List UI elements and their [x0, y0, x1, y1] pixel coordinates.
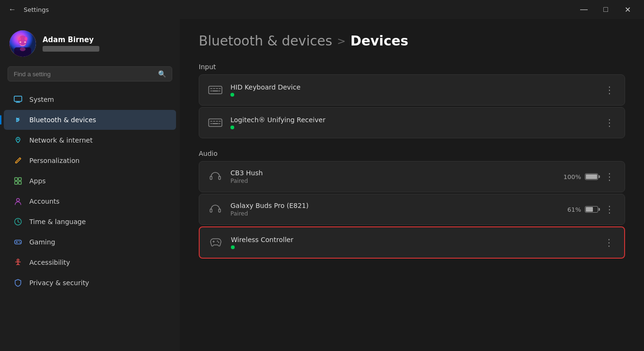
svg-rect-15 — [18, 181, 21, 184]
sidebar-item-label-accounts: Accounts — [29, 198, 60, 205]
section-input: InputHID Keyboard Device⋮Logitech® Unify… — [199, 63, 625, 138]
sidebar-item-label-privacy: Privacy & security — [29, 279, 89, 287]
user-info: Adam Birney — [43, 36, 99, 52]
device-info-hid-keyboard: HID Keyboard Device — [230, 83, 595, 97]
sidebar-item-accessibility[interactable]: Accessibility — [4, 252, 176, 272]
device-card-hid-keyboard[interactable]: HID Keyboard Device⋮ — [199, 74, 625, 106]
status-dot-wireless-controller — [231, 245, 235, 249]
svg-point-5 — [24, 41, 26, 43]
apps-icon — [13, 176, 23, 186]
svg-point-7 — [20, 47, 26, 51]
sidebar-item-bluetooth[interactable]: Bluetooth & devices — [4, 110, 176, 130]
device-card-wireless-controller[interactable]: Wireless Controller⋮ — [199, 226, 625, 259]
svg-point-46 — [217, 241, 218, 242]
sidebar-item-personalization[interactable]: Personalization — [4, 151, 176, 171]
sidebar-item-privacy[interactable]: Privacy & security — [4, 273, 176, 293]
maximize-button[interactable]: □ — [595, 2, 617, 17]
sidebar-item-accounts[interactable]: Accounts — [4, 191, 176, 211]
more-options-hid-keyboard[interactable]: ⋮ — [602, 84, 617, 96]
user-profile: Adam Birney — [0, 19, 180, 66]
device-info-wireless-controller: Wireless Controller — [231, 236, 595, 249]
personalization-icon — [13, 156, 23, 165]
device-name-hid-keyboard: HID Keyboard Device — [230, 83, 595, 91]
device-right-wireless-controller: ⋮ — [601, 237, 617, 248]
device-status-galaxy-buds: Paired — [230, 210, 561, 217]
sidebar-item-label-network: Network & internet — [29, 136, 93, 144]
svg-point-22 — [20, 242, 21, 243]
user-email-bar — [43, 46, 99, 52]
minimize-button[interactable]: — — [573, 2, 595, 17]
device-name-galaxy-buds: Galaxy Buds Pro (E821) — [230, 202, 561, 209]
device-card-galaxy-buds[interactable]: Galaxy Buds Pro (E821)Paired61%⋮ — [199, 194, 625, 225]
content-area: Bluetooth & devices > Devices InputHID K… — [180, 19, 644, 351]
search-container: 🔍 — [0, 66, 180, 89]
svg-rect-13 — [18, 178, 21, 180]
sidebar-item-network[interactable]: Network & internet — [4, 130, 176, 150]
time-icon — [13, 217, 23, 226]
device-info-logitech-receiver: Logitech® Unifying Receiver — [230, 116, 595, 129]
device-right-logitech-receiver: ⋮ — [602, 117, 617, 128]
headphones-icon — [207, 168, 224, 185]
sidebar-item-time[interactable]: Time & language — [4, 212, 176, 232]
svg-rect-12 — [15, 178, 18, 180]
more-options-galaxy-buds[interactable]: ⋮ — [602, 204, 617, 215]
svg-rect-32 — [209, 119, 222, 126]
device-name-cb3-hush: CB3 Hush — [230, 169, 557, 177]
battery-icon-galaxy-buds — [585, 206, 598, 213]
close-button[interactable]: ✕ — [617, 2, 638, 17]
avatar — [9, 30, 36, 57]
svg-point-16 — [17, 198, 19, 201]
svg-point-23 — [17, 259, 19, 261]
sidebar-item-system[interactable]: System — [4, 90, 176, 109]
more-options-logitech-receiver[interactable]: ⋮ — [602, 117, 617, 128]
more-options-cb3-hush[interactable]: ⋮ — [602, 171, 617, 182]
keyboard-icon — [207, 81, 224, 99]
device-name-logitech-receiver: Logitech® Unifying Receiver — [230, 116, 595, 124]
svg-point-2 — [18, 37, 21, 41]
device-card-logitech-receiver[interactable]: Logitech® Unifying Receiver⋮ — [199, 107, 625, 138]
svg-point-4 — [19, 41, 21, 43]
breadcrumb: Bluetooth & devices > Devices — [199, 33, 625, 49]
status-dot-logitech-receiver — [230, 126, 234, 129]
privacy-icon — [13, 278, 23, 288]
sidebar-item-label-system: System — [29, 96, 54, 103]
titlebar-controls: — □ ✕ — [573, 2, 638, 17]
device-status-cb3-hush: Paired — [230, 178, 557, 184]
svg-rect-18 — [15, 240, 21, 244]
titlebar-left: ← Settings — [6, 4, 49, 15]
bluetooth-icon — [13, 115, 23, 125]
accessibility-icon — [13, 258, 23, 267]
device-right-cb3-hush: 100%⋮ — [564, 171, 617, 182]
system-icon — [13, 95, 23, 104]
sidebar-item-gaming[interactable]: Gaming — [4, 232, 176, 252]
sidebar-item-label-gaming: Gaming — [29, 238, 55, 246]
titlebar-title: Settings — [24, 6, 49, 13]
gamepad-icon — [207, 234, 224, 251]
svg-point-21 — [19, 241, 20, 242]
sidebar-item-label-time: Time & language — [29, 218, 86, 225]
user-name: Adam Birney — [43, 36, 99, 44]
section-title-input: Input — [199, 63, 625, 71]
more-options-wireless-controller[interactable]: ⋮ — [601, 237, 617, 248]
main-layout: Adam Birney 🔍 SystemBluetooth & devicesN… — [0, 19, 644, 351]
network-icon — [13, 135, 23, 145]
sections-container: InputHID Keyboard Device⋮Logitech® Unify… — [199, 63, 625, 259]
back-button[interactable]: ← — [6, 4, 19, 15]
device-right-hid-keyboard: ⋮ — [602, 84, 617, 96]
sidebar-item-label-apps: Apps — [29, 177, 46, 185]
device-card-cb3-hush[interactable]: CB3 HushPaired100%⋮ — [199, 161, 625, 192]
sidebar: Adam Birney 🔍 SystemBluetooth & devicesN… — [0, 19, 180, 351]
keyboard-icon — [207, 114, 224, 131]
search-input[interactable] — [14, 71, 154, 78]
breadcrumb-parent[interactable]: Bluetooth & devices — [199, 33, 332, 49]
breadcrumb-sep: > — [337, 35, 345, 47]
battery-text-galaxy-buds: 61% — [567, 206, 581, 213]
search-box: 🔍 — [8, 66, 172, 81]
svg-rect-24 — [209, 86, 222, 94]
accounts-icon — [13, 197, 23, 206]
sidebar-item-apps[interactable]: Apps — [4, 171, 176, 191]
sidebar-item-label-personalization: Personalization — [29, 157, 79, 164]
breadcrumb-current: Devices — [351, 33, 408, 49]
device-info-galaxy-buds: Galaxy Buds Pro (E821)Paired — [230, 202, 561, 217]
device-right-galaxy-buds: 61%⋮ — [567, 204, 617, 215]
